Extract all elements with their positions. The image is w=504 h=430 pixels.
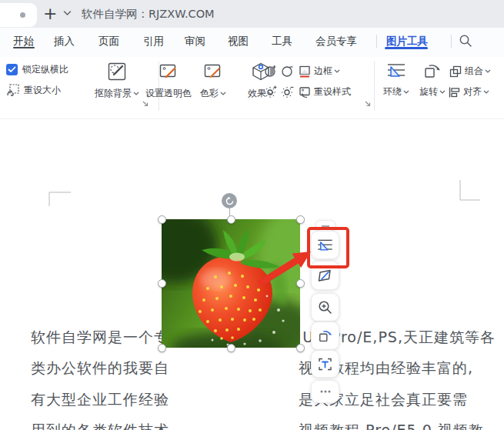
image-group-expand-icon[interactable]: [364, 100, 372, 108]
rotate-arrow-icon: [225, 196, 235, 206]
chevron-down-icon: [334, 69, 340, 73]
picture-tools-ribbon: 锁定纵横比 重设大小 抠除背景: [0, 57, 504, 119]
group-label: 组合: [465, 65, 483, 76]
text-line: 用到的各类软件技术视频教程,Pro/E5.0 视频教: [31, 421, 473, 430]
rotate-label: 旋转: [419, 86, 438, 97]
tab-view[interactable]: 视图: [228, 35, 249, 48]
float-caption-button[interactable]: [311, 350, 339, 378]
set-transparent-color-label: 设置透明色: [145, 87, 192, 100]
crop-icon: [318, 268, 332, 283]
resize-handle-bottom-center[interactable]: [227, 344, 235, 352]
rotate-icon: [318, 328, 333, 344]
picture-tools-active-underline: [385, 47, 428, 49]
checkbox-checked-icon[interactable]: [6, 64, 18, 75]
reset-size-label: 重设大小: [24, 84, 61, 97]
home-tab-underline: [13, 47, 35, 48]
chevron-down-icon: [485, 69, 491, 73]
border-label: 边框: [314, 65, 332, 76]
tab-insert[interactable]: 插入: [54, 35, 75, 48]
tab-page[interactable]: 页面: [98, 35, 119, 48]
chevron-down-icon: [483, 90, 489, 94]
wrap-text-icon: [387, 62, 406, 80]
reset-size-button[interactable]: 重设大小: [6, 83, 61, 97]
magic-wand-icon: [107, 62, 127, 82]
ribbon-separator: [374, 62, 375, 111]
more-dots-icon: [320, 390, 331, 393]
menu-bar: 开始 插入 页面 引用 审阅 视图 工具 会员专享 图片工具: [0, 28, 504, 58]
remove-background-label: 抠除背景: [95, 88, 132, 98]
resize-handle-top-center[interactable]: [227, 215, 235, 224]
brightness-increase-icon[interactable]: [264, 85, 278, 98]
resize-handle-bottom-left[interactable]: [158, 344, 166, 352]
resize-handle-top-right[interactable]: [296, 215, 305, 224]
float-rotate-button[interactable]: [311, 322, 339, 350]
rotate-icon: [423, 62, 442, 80]
tab-reference[interactable]: 引用: [143, 35, 164, 48]
add-caption-icon: [318, 357, 332, 372]
rotation-handle[interactable]: [222, 193, 237, 208]
resize-handle-top-left[interactable]: [158, 215, 166, 224]
color-brush-picture-icon: [203, 62, 223, 82]
chevron-down-icon: [403, 90, 409, 94]
color-label: 色彩: [200, 88, 219, 98]
tab-tools[interactable]: 工具: [272, 35, 292, 48]
resize-handle-bottom-right[interactable]: [296, 344, 305, 352]
border-icon: [299, 65, 311, 78]
resize-handle-middle-left[interactable]: [158, 279, 166, 288]
group-button[interactable]: 组合: [449, 65, 494, 78]
align-objects-icon: [448, 86, 460, 98]
reset-size-icon: [6, 83, 20, 97]
chevron-down-icon: [439, 90, 446, 94]
align-label: 对齐: [463, 86, 482, 97]
title-bar: + 软件自学网：RJZXW.COM: [0, 0, 504, 28]
menu-separator: [376, 35, 377, 48]
menu-separator: [451, 35, 452, 48]
lock-aspect-label: 锁定纵横比: [22, 63, 68, 76]
text-line: 有大型企业工作经验是大家立足社会真正要需: [31, 390, 473, 408]
wrap-label: 环绕: [383, 86, 402, 97]
chevron-down-icon: [220, 92, 226, 95]
text-line: 类办公软件的我要自视频教程均由经验丰富的,: [31, 358, 473, 377]
group-objects-icon: [449, 65, 462, 78]
unsaved-dot-icon: [20, 12, 25, 18]
float-more-button[interactable]: [311, 380, 339, 403]
float-zoom-button[interactable]: [311, 293, 339, 322]
wrap-text-button[interactable]: 环绕: [380, 62, 412, 98]
border-button[interactable]: 边框: [299, 65, 343, 78]
remove-background-button[interactable]: 抠除背景: [92, 62, 142, 100]
set-transparent-color-button[interactable]: 设置透明色: [145, 62, 192, 100]
magnifier-plus-icon: [318, 300, 332, 315]
annotation-arrow: [250, 242, 315, 288]
brightness-decrease-icon[interactable]: [281, 85, 295, 98]
tab-list-chevron-icon[interactable]: [63, 10, 72, 16]
tab-member[interactable]: 会员专享: [315, 35, 357, 48]
new-tab-button[interactable]: +: [43, 2, 57, 25]
reset-style-label: 重设样式: [314, 85, 351, 98]
color-button[interactable]: 色彩: [194, 62, 232, 100]
lock-aspect-ratio-toggle[interactable]: 锁定纵横比: [6, 63, 68, 76]
document-tab[interactable]: [0, 3, 37, 27]
size-group-expand-icon[interactable]: [142, 100, 149, 108]
reset-style-button[interactable]: 重设样式: [299, 85, 351, 98]
contrast-decrease-icon[interactable]: [281, 64, 295, 78]
contrast-increase-icon[interactable]: [264, 64, 278, 78]
rotate-button[interactable]: 旋转: [416, 62, 449, 98]
wps-window: + 软件自学网：RJZXW.COM 开始 插入 页面 引用 审阅 视图 工具 会…: [0, 0, 504, 430]
eyedropper-picture-icon: [159, 62, 179, 82]
chevron-down-icon: [133, 92, 139, 95]
window-title: 软件自学网：RJZXW.COM: [82, 7, 215, 22]
search-icon[interactable]: [459, 34, 472, 48]
align-button[interactable]: 对齐: [448, 85, 492, 98]
tab-review[interactable]: 审阅: [185, 35, 205, 48]
reset-style-icon: [299, 86, 311, 98]
